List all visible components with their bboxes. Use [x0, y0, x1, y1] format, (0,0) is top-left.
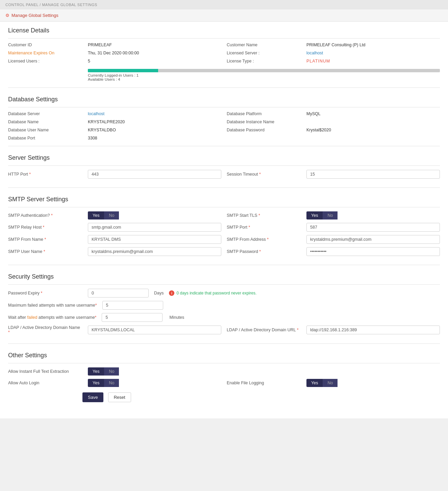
smtp-auth-no-button[interactable]: No [104, 211, 119, 219]
server-settings-section: Server Settings HTTP Port * Session Time… [8, 149, 440, 188]
info-icon: i [169, 290, 174, 296]
enable-file-logging-label: Enable File Logging [227, 381, 301, 385]
reset-button[interactable]: Reset [108, 392, 131, 402]
customer-name-label: Customer Name [227, 43, 301, 47]
smtp-auth-yes-button[interactable]: Yes [88, 211, 104, 219]
database-settings-section: Database Settings Database Server localh… [8, 91, 440, 146]
breadcrumb-part2: MANAGE GLOBAL SETTINGS [42, 3, 97, 7]
smtp-port-label: SMTP Port * [227, 225, 301, 230]
allow-auto-login-toggle: Yes No [88, 379, 221, 387]
smtp-settings-title: SMTP Server Settings [8, 190, 440, 207]
progress-container: Currently Logged-in Users : 1 Available … [88, 67, 440, 82]
db-port-label: Database Port [8, 136, 82, 140]
server-settings-title: Server Settings [8, 149, 440, 166]
gear-icon: ⚙ [5, 13, 9, 18]
security-settings-title: Security Settings [8, 268, 440, 285]
smtp-username-label: SMTP User Name * [8, 249, 82, 254]
allow-auto-login-yes-button[interactable]: Yes [88, 379, 104, 387]
progress-bar-background [88, 69, 440, 72]
license-type-value: PLATINUM [306, 59, 440, 63]
password-expiry-label: Password Expiry * [8, 291, 82, 295]
db-port-value: 3308 [88, 136, 221, 140]
db-server-value: localhost [88, 111, 221, 116]
page-title: Manage Global Settings [11, 13, 58, 18]
maintenance-expires-value: Thu, 31 Dec 2020 00:00:00 [88, 51, 221, 55]
password-expiry-input[interactable] [88, 289, 149, 298]
allow-instant-label: Allow Instant Full Text Extraction [8, 369, 82, 374]
days-info: i 0 days indicate that password never ex… [169, 290, 256, 296]
smtp-auth-label: SMTP Authentication? * [8, 213, 82, 218]
db-platform-label: Database Platform [227, 111, 301, 116]
smtp-password-input[interactable] [306, 247, 440, 256]
http-port-label: HTTP Port * [8, 172, 82, 177]
allow-auto-login-label: Allow Auto Login [8, 381, 82, 385]
db-instance-name-label: Database Instance Name [227, 120, 301, 124]
db-server-label: Database Server [8, 111, 82, 116]
maintenance-expires-label: Maintenance Expires On [8, 51, 82, 55]
licensed-server-label: Licensed Server : [227, 51, 301, 55]
smtp-start-tls-no-button[interactable]: No [323, 211, 338, 219]
ldap-domain-url-label: LDAP / Active Directory Domain URL * [227, 328, 301, 332]
ldap-domain-url-input[interactable] [306, 326, 440, 334]
allow-instant-toggle: Yes No [88, 367, 221, 376]
enable-file-logging-yes-button[interactable]: Yes [306, 379, 323, 387]
smtp-relay-host-label: SMTP Relay Host * [8, 225, 82, 230]
customer-id-value: PRIMELEAF [88, 43, 221, 47]
wait-after-failed-input[interactable] [102, 313, 163, 322]
breadcrumb-bar: CONTROL PANEL / MANAGE GLOBAL SETTINGS [0, 0, 448, 9]
customer-id-label: Customer ID [8, 43, 82, 47]
logged-in-users-label: Currently Logged-in Users : 1 [88, 73, 440, 77]
smtp-username-input[interactable] [88, 247, 221, 256]
http-port-input[interactable] [88, 170, 221, 179]
other-settings-title: Other Settings [8, 346, 440, 363]
security-settings-section: Security Settings Password Expiry * Days… [8, 268, 440, 344]
page-header: ⚙Manage Global Settings [0, 9, 448, 22]
smtp-settings-section: SMTP Server Settings SMTP Authentication… [8, 190, 440, 265]
session-timeout-input[interactable] [306, 170, 440, 179]
smtp-start-tls-yes-button[interactable]: Yes [306, 211, 323, 219]
available-users-label: Available Users : 4 [88, 77, 440, 81]
customer-name-value: PRIMELEAF Consulting (P) Ltd [306, 43, 440, 47]
enable-file-logging-no-button[interactable]: No [323, 379, 338, 387]
action-buttons-row: Save Reset [8, 392, 440, 402]
ldap-domain-name-label: LDAP / Active Directory Domain Name * [8, 325, 82, 335]
wait-after-failed-label: Wait after failed attempts with same use… [8, 315, 96, 320]
db-name-label: Database Name [8, 120, 82, 124]
smtp-from-address-input[interactable] [306, 235, 440, 244]
smtp-start-tls-label: SMTP Start TLS * [227, 213, 301, 218]
db-name-value: KRYSTALPRE2020 [88, 120, 221, 124]
smtp-start-tls-toggle: Yes No [306, 211, 440, 219]
allow-auto-login-no-button[interactable]: No [104, 379, 119, 387]
db-username-label: Database User Name [8, 128, 82, 132]
db-password-label: Database Password [227, 128, 301, 132]
allow-instant-yes-button[interactable]: Yes [88, 367, 104, 376]
progress-labels: Currently Logged-in Users : 1 Available … [88, 73, 440, 81]
progress-bar-fill [88, 69, 158, 72]
days-label: Days [154, 291, 164, 295]
other-settings-section: Other Settings Allow Instant Full Text E… [8, 346, 440, 408]
session-timeout-label: Session Timeout * [227, 172, 301, 177]
enable-file-logging-toggle: Yes No [306, 379, 440, 387]
smtp-relay-host-input[interactable] [88, 223, 221, 232]
max-failed-attempts-label: Maximum failed attempts with same userna… [8, 303, 97, 308]
license-details-title: License Details [8, 22, 440, 38]
smtp-from-name-input[interactable] [88, 235, 221, 244]
license-details-section: License Details Customer ID PRIMELEAF Cu… [8, 22, 440, 88]
breadcrumb-part1: CONTROL PANEL [5, 3, 39, 7]
licensed-server-value: localhost [306, 51, 440, 55]
licensed-users-label: Licensed Users : [8, 59, 82, 63]
smtp-from-name-label: SMTP From Name * [8, 237, 82, 242]
save-button[interactable]: Save [82, 392, 103, 402]
smtp-password-label: SMTP Password * [227, 249, 301, 254]
smtp-auth-toggle: Yes No [88, 211, 221, 219]
smtp-port-input[interactable] [306, 223, 440, 232]
license-type-label: License Type : [227, 59, 301, 63]
minutes-label: Minutes [169, 315, 184, 320]
breadcrumb-separator: / [39, 3, 42, 7]
smtp-from-address-label: SMTP From Address * [227, 237, 301, 242]
ldap-domain-name-input[interactable] [88, 326, 221, 334]
max-failed-attempts-input[interactable] [102, 301, 163, 310]
db-password-value: Krystal$2020 [306, 128, 440, 132]
allow-instant-no-button[interactable]: No [104, 367, 119, 376]
database-settings-title: Database Settings [8, 91, 440, 107]
